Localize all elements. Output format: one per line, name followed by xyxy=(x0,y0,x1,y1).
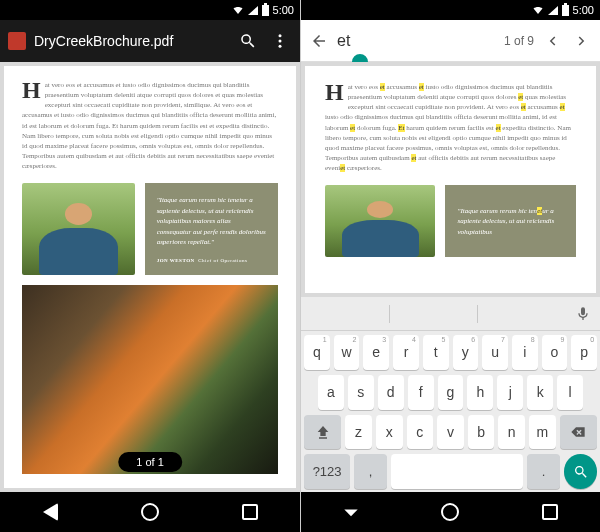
paragraph-text: at vero eos et accusamus et iusto odio d… xyxy=(22,81,276,170)
key-q[interactable]: q1 xyxy=(304,335,330,370)
search-enter-key[interactable] xyxy=(564,454,597,489)
wifi-icon xyxy=(532,4,544,16)
portrait-photo xyxy=(325,185,435,257)
drop-cap: H xyxy=(22,80,41,102)
key-hint: 8 xyxy=(531,336,535,343)
home-nav[interactable] xyxy=(139,501,161,523)
paragraph-text: at vero eos xyxy=(348,83,380,91)
status-bar: 5:00 xyxy=(0,0,300,20)
signal-icon xyxy=(548,6,558,15)
body-paragraph: H at vero eos et accusamus et iusto odio… xyxy=(22,80,278,171)
backspace-icon xyxy=(570,424,586,440)
phone-left: 5:00 DryCreekBrochure.pdf H at vero eos … xyxy=(0,0,300,532)
overflow-button[interactable] xyxy=(268,29,292,53)
body-paragraph: H at vero eos et accusamus et iusto odio… xyxy=(325,82,576,173)
clock: 5:00 xyxy=(273,4,294,16)
highlight-match: et xyxy=(537,207,542,215)
home-nav[interactable] xyxy=(439,501,461,523)
quote-box: "Itaque earum rerum hic tenetur a sapien… xyxy=(145,183,278,275)
key-y[interactable]: y6 xyxy=(453,335,479,370)
pdf-page: H at vero eos et accusamus et iusto odio… xyxy=(305,66,596,293)
key-hint: 6 xyxy=(471,336,475,343)
document-viewport[interactable]: H at vero eos et accusamus et iusto odio… xyxy=(0,62,300,492)
key-g[interactable]: g xyxy=(438,375,464,410)
nav-bar xyxy=(0,492,300,532)
quote-attribution: JON WESTON Chief of Operations xyxy=(157,258,266,263)
mic-icon xyxy=(575,306,591,322)
key-x[interactable]: x xyxy=(376,415,403,450)
key-c[interactable]: c xyxy=(407,415,434,450)
backspace-key[interactable] xyxy=(560,415,597,450)
key-r[interactable]: r4 xyxy=(393,335,419,370)
back-nav[interactable] xyxy=(340,501,362,523)
battery-icon xyxy=(562,5,569,16)
key-hint: 9 xyxy=(560,336,564,343)
recents-square-icon xyxy=(542,504,558,520)
key-a[interactable]: a xyxy=(318,375,344,410)
shift-icon xyxy=(315,424,331,440)
key-t[interactable]: t5 xyxy=(423,335,449,370)
period-key[interactable]: . xyxy=(527,454,560,489)
key-hint: 0 xyxy=(590,336,594,343)
prev-result-button[interactable] xyxy=(540,29,564,53)
shift-key[interactable] xyxy=(304,415,341,450)
key-p[interactable]: p0 xyxy=(571,335,597,370)
recents-nav[interactable] xyxy=(539,501,561,523)
highlight-match: et xyxy=(560,103,565,111)
chevron-left-icon xyxy=(543,32,561,50)
key-h[interactable]: h xyxy=(467,375,493,410)
key-e[interactable]: e3 xyxy=(363,335,389,370)
search-input[interactable] xyxy=(337,32,498,50)
paragraph-text: cæsperiores. xyxy=(345,164,382,172)
key-row-2: asdfghjkl xyxy=(304,375,597,410)
key-hint: 2 xyxy=(353,336,357,343)
chevron-right-icon xyxy=(573,32,591,50)
key-m[interactable]: m xyxy=(529,415,556,450)
search-button[interactable] xyxy=(236,29,260,53)
pdf-page: H at vero eos et accusamus et iusto odio… xyxy=(4,66,296,488)
portrait-photo xyxy=(22,183,135,275)
back-nav[interactable] xyxy=(39,501,61,523)
drop-cap: H xyxy=(325,82,344,104)
voice-input-button[interactable] xyxy=(566,306,600,322)
quote-row: "Itaque earum rerum hic tenetur a sapien… xyxy=(325,185,576,257)
key-u[interactable]: u7 xyxy=(482,335,508,370)
key-f[interactable]: f xyxy=(408,375,434,410)
key-z[interactable]: z xyxy=(345,415,372,450)
key-l[interactable]: l xyxy=(557,375,583,410)
suggestion-bar xyxy=(301,297,600,331)
comma-key[interactable]: , xyxy=(354,454,387,489)
svg-point-1 xyxy=(279,40,282,43)
quote-box: "Itaque earum rerum hic tenetur a sapien… xyxy=(445,185,576,257)
key-s[interactable]: s xyxy=(348,375,374,410)
paragraph-text: accusamus xyxy=(385,83,419,91)
keyboard-down-icon xyxy=(341,502,361,522)
search-result-count: 1 of 9 xyxy=(504,34,534,48)
key-b[interactable]: b xyxy=(468,415,495,450)
keyboard: q1w2e3r4t5y6u7i8o9p0 asdfghjkl zxcvbnm ?… xyxy=(301,297,600,492)
symbols-key[interactable]: ?123 xyxy=(304,454,350,489)
key-k[interactable]: k xyxy=(527,375,553,410)
key-row-1: q1w2e3r4t5y6u7i8o9p0 xyxy=(304,335,597,370)
key-n[interactable]: n xyxy=(498,415,525,450)
recents-nav[interactable] xyxy=(239,501,261,523)
key-o[interactable]: o9 xyxy=(542,335,568,370)
key-d[interactable]: d xyxy=(378,375,404,410)
document-viewport[interactable]: H at vero eos et accusamus et iusto odio… xyxy=(301,62,600,297)
carrots-photo xyxy=(22,285,278,474)
key-i[interactable]: i8 xyxy=(512,335,538,370)
key-hint: 5 xyxy=(442,336,446,343)
space-key[interactable] xyxy=(391,454,523,489)
home-circle-icon xyxy=(441,503,459,521)
next-result-button[interactable] xyxy=(570,29,594,53)
search-back-button[interactable] xyxy=(307,29,331,53)
divider xyxy=(477,305,478,323)
key-w[interactable]: w2 xyxy=(334,335,360,370)
key-j[interactable]: j xyxy=(497,375,523,410)
key-v[interactable]: v xyxy=(437,415,464,450)
key-row-4: ?123 , . xyxy=(304,454,597,489)
app-bar: DryCreekBrochure.pdf xyxy=(0,20,300,62)
key-hint: 4 xyxy=(412,336,416,343)
status-bar: 5:00 xyxy=(301,0,600,20)
pdf-icon xyxy=(8,32,26,50)
